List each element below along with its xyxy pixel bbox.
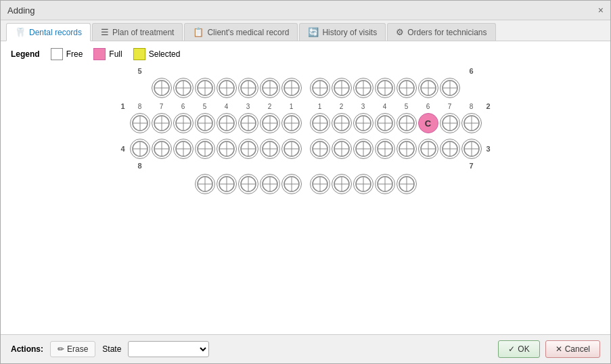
- q5-label: 5: [130, 67, 150, 75]
- q6-label: 6: [461, 67, 482, 75]
- tooth-low-L8[interactable]: [281, 139, 302, 159]
- tooth-low-R5[interactable]: [397, 139, 417, 159]
- bottom-num-row: 8 7: [118, 162, 494, 170]
- tooth-upper-R1[interactable]: [310, 78, 330, 98]
- tooth-low-R8[interactable]: [461, 139, 482, 159]
- history-icon: 🔄: [308, 27, 319, 37]
- tooth-bot-L5[interactable]: [281, 174, 302, 194]
- tooth-upper-R2[interactable]: [332, 78, 352, 98]
- tooth-bot-R2[interactable]: [332, 174, 352, 194]
- tooth-upper-L7[interactable]: [281, 78, 302, 98]
- tooth-mid-R3[interactable]: [353, 113, 374, 133]
- tooth-upper-L6[interactable]: [260, 78, 280, 98]
- tooth-low-L6[interactable]: [238, 139, 258, 159]
- tooth-low-R4[interactable]: [375, 139, 395, 159]
- tooth-upper-R7[interactable]: [440, 78, 460, 98]
- tooth-low-L2[interactable]: [152, 139, 172, 159]
- lower-teeth-row: 4: [118, 139, 494, 159]
- dialog: Adding × 🦷 Dental records ☰ Plan of trea…: [0, 0, 611, 364]
- tooth-bot-R5[interactable]: [397, 174, 417, 194]
- tooth-mid-L8[interactable]: [130, 113, 150, 133]
- main-content: Legend Free Full Selected 5: [1, 41, 610, 334]
- tooth-mid-R7[interactable]: [440, 113, 460, 133]
- tab-plan-of-treatment[interactable]: ☰ Plan of treatment: [92, 23, 183, 41]
- tooth-upper-R4[interactable]: [375, 78, 395, 98]
- tooth-low-L3[interactable]: [173, 139, 194, 159]
- actions-label: Actions:: [11, 344, 43, 354]
- upper-right-nums: 6: [310, 67, 482, 75]
- lower-right-teeth: [310, 139, 482, 159]
- actions-section: Actions: ✏ Erase State: [11, 341, 209, 357]
- dialog-title: Adding: [7, 5, 35, 16]
- state-select[interactable]: [128, 341, 209, 357]
- tooth-low-L7[interactable]: [260, 139, 280, 159]
- legend-free-box: [51, 48, 63, 60]
- middle-teeth-row: C: [118, 113, 494, 133]
- legend-full-box: [93, 48, 106, 60]
- tooth-mid-L2[interactable]: [260, 113, 280, 133]
- tooth-mid-R5[interactable]: [397, 113, 417, 133]
- tooth-upper-R3[interactable]: [353, 78, 374, 98]
- num-6-R: 6: [418, 103, 438, 110]
- tooth-mid-R8[interactable]: [461, 113, 482, 133]
- tooth-low-R2[interactable]: [332, 139, 352, 159]
- tooth-mid-L1[interactable]: [281, 113, 302, 133]
- upper-left-nums: 5: [130, 67, 302, 75]
- tooth-low-R6[interactable]: [418, 139, 438, 159]
- lower-left-teeth: [130, 139, 302, 159]
- tooth-low-L4[interactable]: [195, 139, 215, 159]
- tooth-low-L5[interactable]: [217, 139, 237, 159]
- tooth-mid-R2[interactable]: [332, 113, 352, 133]
- tooth-mid-L3[interactable]: [238, 113, 258, 133]
- close-button[interactable]: ×: [598, 5, 604, 16]
- left-tooth-nums-top: 8 7 6 5 4 3 2 1: [130, 103, 302, 110]
- tab-orders-for-technicians[interactable]: ⚙ Orders for technicians: [387, 23, 495, 41]
- tooth-bot-L4[interactable]: [260, 174, 280, 194]
- tooth-upper-L4[interactable]: [217, 78, 237, 98]
- tooth-bot-L3[interactable]: [238, 174, 258, 194]
- tab-history-of-visits[interactable]: 🔄 History of visits: [299, 23, 386, 41]
- ok-button[interactable]: ✓ OK: [498, 340, 539, 358]
- tooth-mid-R1[interactable]: [310, 113, 330, 133]
- upper-row-nums: 5 6: [118, 67, 494, 75]
- q3-label: 4: [118, 145, 129, 153]
- tooth-mid-L5[interactable]: [195, 113, 215, 133]
- tooth-upper-L5[interactable]: [238, 78, 258, 98]
- erase-button[interactable]: ✏ Erase: [50, 341, 95, 357]
- tooth-upper-L2[interactable]: [173, 78, 194, 98]
- tooth-low-R3[interactable]: [353, 139, 374, 159]
- state-label: State: [102, 344, 121, 354]
- right-tooth-nums-top: 1 2 3 4 5 6 7 8: [310, 103, 482, 110]
- tooth-upper-L3[interactable]: [195, 78, 215, 98]
- bottom-mini-right: [310, 174, 417, 194]
- bottom-mini-row: [183, 174, 429, 194]
- tooth-mid-L4[interactable]: [217, 113, 237, 133]
- tab-clients-medical-record[interactable]: 📋 Client's medical record: [184, 23, 298, 41]
- tooth-bot-R4[interactable]: [375, 174, 395, 194]
- tooth-low-L1[interactable]: [130, 139, 150, 159]
- tooth-low-R1[interactable]: [310, 139, 330, 159]
- tooth-bot-L1[interactable]: [195, 174, 215, 194]
- record-icon: 📋: [193, 27, 204, 37]
- middle-right-teeth: C: [310, 113, 482, 133]
- q8-label: 8: [130, 162, 150, 170]
- q7-label: 7: [461, 162, 482, 170]
- cancel-button[interactable]: ✕ Cancel: [545, 340, 600, 358]
- tooth-low-R7[interactable]: [440, 139, 460, 159]
- tab-dental-records[interactable]: 🦷 Dental records: [6, 23, 91, 41]
- tooth-mid-R6-special[interactable]: C: [418, 113, 438, 133]
- check-icon: ✓: [508, 344, 515, 354]
- num-8-L: 8: [130, 103, 150, 110]
- tooth-upper-R6[interactable]: [418, 78, 438, 98]
- tooth-bot-L2[interactable]: [217, 174, 237, 194]
- upper-right-teeth: [310, 78, 460, 98]
- legend-selected: Selected: [133, 48, 181, 60]
- tooth-bot-R1[interactable]: [310, 174, 330, 194]
- upper-teeth-row: [139, 78, 472, 98]
- tooth-upper-R5[interactable]: [397, 78, 417, 98]
- tooth-bot-R3[interactable]: [353, 174, 374, 194]
- tooth-mid-R4[interactable]: [375, 113, 395, 133]
- tooth-mid-L6[interactable]: [173, 113, 194, 133]
- tooth-mid-L7[interactable]: [152, 113, 172, 133]
- tooth-upper-L1[interactable]: [152, 78, 172, 98]
